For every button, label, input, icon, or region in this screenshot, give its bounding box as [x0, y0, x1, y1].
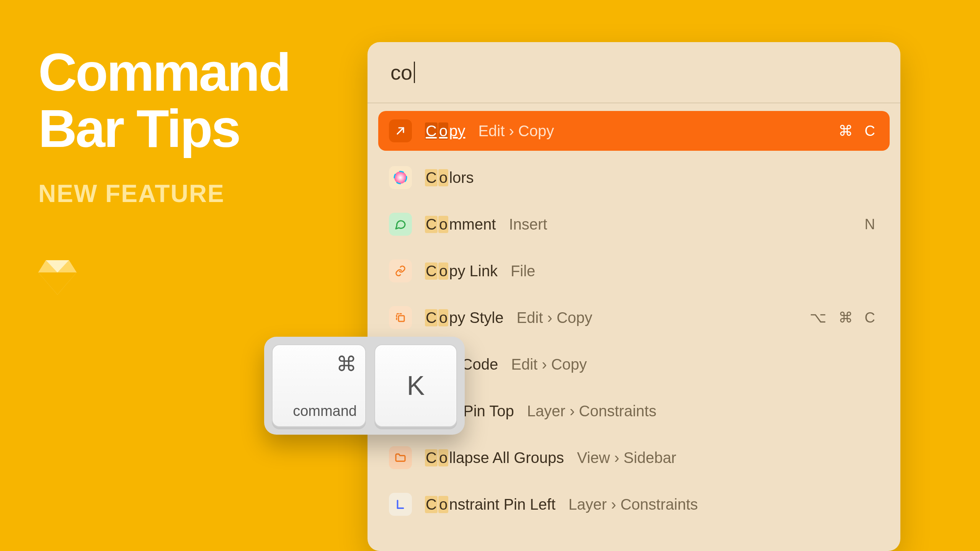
result-label: Collapse All Groups	[425, 449, 564, 466]
folder-icon	[389, 446, 412, 469]
result-path: File	[511, 262, 535, 280]
command-palette: co CopyEdit › Copy⌘ CColorsCommentInsert…	[368, 42, 900, 551]
result-path: Layer › Constraints	[527, 403, 657, 420]
svg-marker-5	[57, 272, 77, 295]
link-icon	[389, 259, 412, 282]
result-shortcut: ⌘ C	[838, 122, 879, 139]
svg-line-6	[397, 128, 403, 134]
result-item[interactable]: CopyEdit › Copy⌘ C	[378, 111, 890, 151]
text-caret-icon	[414, 62, 415, 83]
result-item[interactable]: Constraint Pin LeftLayer › Constraints	[378, 484, 890, 524]
result-path: Edit › Copy	[478, 122, 554, 140]
result-item[interactable]: Collapse All GroupsView › Sidebar	[378, 438, 890, 478]
result-item[interactable]: Colors	[378, 158, 890, 197]
result-label: Comment	[425, 216, 496, 233]
result-item[interactable]: Copy LinkFile	[378, 251, 890, 291]
arrow-up-right-icon	[389, 119, 412, 142]
result-item[interactable]: Copy StyleEdit › Copy⌥ ⌘ C	[378, 298, 890, 337]
result-path: Edit › Copy	[511, 356, 587, 373]
pin-left-icon	[389, 493, 412, 516]
result-label: Copy Link	[425, 262, 498, 280]
search-input[interactable]: co	[390, 60, 415, 84]
hero-text: Command Bar Tips NEW FEATURE	[38, 44, 289, 208]
k-key-label: K	[407, 370, 425, 401]
result-path: Layer › Constraints	[568, 496, 698, 513]
result-label: Copy	[425, 122, 465, 140]
result-label: Copy Style	[425, 309, 503, 326]
result-path: Insert	[509, 216, 547, 233]
result-path: Edit › Copy	[516, 309, 592, 326]
svg-rect-9	[399, 316, 404, 321]
results-list: CopyEdit › Copy⌘ CColorsCommentInsertNCo…	[368, 103, 900, 524]
color-wheel-icon	[389, 166, 412, 189]
comment-icon	[389, 213, 412, 236]
result-label: Colors	[425, 169, 474, 186]
result-label: Constraint Pin Left	[425, 496, 555, 513]
k-key: K	[374, 344, 457, 427]
style-box-icon	[389, 306, 412, 329]
svg-point-7	[394, 171, 407, 184]
keyboard-shortcut-graphic: ⌘ command K	[264, 337, 465, 435]
search-row[interactable]: co	[368, 42, 900, 103]
hero-title-line2: Bar Tips	[38, 100, 289, 156]
command-key-label: command	[281, 403, 357, 419]
svg-marker-4	[38, 272, 57, 295]
sketch-logo-icon	[38, 260, 77, 295]
command-glyph-icon: ⌘	[281, 352, 357, 376]
result-shortcut: ⌥ ⌘ C	[810, 309, 879, 326]
hero-subtitle: NEW FEATURE	[38, 179, 289, 208]
command-key: ⌘ command	[272, 344, 366, 427]
result-path: View › Sidebar	[577, 449, 676, 466]
search-text: co	[390, 60, 412, 84]
result-item[interactable]: CommentInsertN	[378, 204, 890, 244]
result-shortcut: N	[865, 216, 879, 233]
hero-title-line1: Command	[38, 44, 289, 100]
